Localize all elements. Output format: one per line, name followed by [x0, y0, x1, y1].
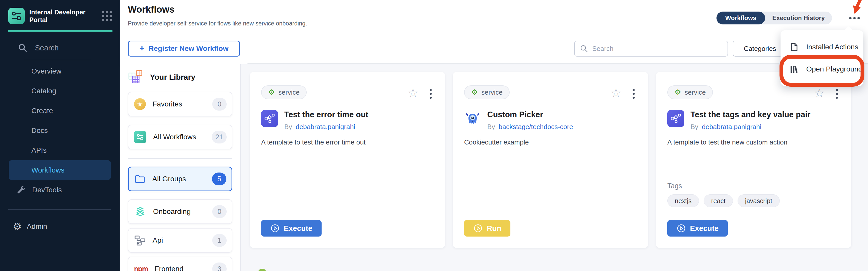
view-toggle: Workflows Execution History — [716, 11, 832, 25]
categories-button[interactable]: Categories — [733, 41, 787, 57]
portal-title: Internal Developer Portal — [29, 8, 88, 24]
portal-logo-icon — [8, 8, 25, 24]
favorite-star-icon[interactable]: ☆ — [611, 86, 621, 100]
more-options-ellipsis-icon[interactable] — [848, 15, 861, 21]
card-title: Custom Picker — [487, 110, 573, 119]
filter-favorites[interactable]: ★ Favorites 0 — [128, 92, 232, 116]
sidebar-item-create[interactable]: Create — [0, 101, 120, 121]
sidebar-item-apis[interactable]: APIs — [0, 140, 120, 160]
sidebar-accent-divider — [8, 30, 113, 32]
filter-all-groups[interactable]: All Groups 5 — [128, 167, 232, 191]
register-new-workflow-button[interactable]: + Register New Workflow — [128, 41, 240, 57]
tab-execution-history[interactable]: Execution History — [765, 11, 832, 25]
type-chip: ⚙ service — [667, 86, 713, 99]
sidebar-bottom-divider — [8, 209, 111, 209]
sidebar-search[interactable]: Search — [18, 43, 59, 53]
workflow-card: ⚙ service ☆ Test the tags and key value … — [656, 72, 851, 248]
npm-icon: npm — [134, 265, 148, 271]
library-header: Your Library — [127, 69, 195, 86]
service-gear-icon: ⚙ — [675, 89, 681, 96]
card-title-row: Custom Picker Bybackstage/techdocs-core — [464, 110, 573, 131]
play-icon — [473, 224, 483, 233]
author-link[interactable]: backstage/techdocs-core — [499, 123, 573, 131]
count-badge: 1 — [212, 234, 227, 247]
sidebar: Internal Developer Portal Search Overvie… — [0, 0, 120, 271]
search-icon — [18, 43, 27, 53]
monster-icon — [464, 110, 481, 127]
card-title-row: Test the tags and key value pair Bydebab… — [667, 110, 810, 131]
type-chip: ⚙ service — [464, 86, 509, 99]
favorite-star-icon[interactable]: ☆ — [814, 86, 825, 100]
count-badge: 0 — [212, 205, 227, 218]
count-badge: 0 — [212, 98, 227, 110]
sidebar-item-catalog[interactable]: Catalog — [0, 81, 120, 101]
card-kebab-menu-icon[interactable] — [429, 88, 433, 100]
tag-chip[interactable]: nextjs — [667, 194, 699, 207]
count-badge: 21 — [212, 131, 227, 143]
library-title: Your Library — [150, 73, 195, 81]
tag-chip[interactable]: react — [704, 194, 733, 207]
next-section-title-clipped — [276, 269, 343, 271]
card-description: A template to test the new custom action — [667, 138, 841, 146]
schema-icon — [134, 235, 146, 246]
layers-icon — [134, 205, 146, 218]
count-badge: 5 — [212, 172, 226, 185]
search-input[interactable] — [592, 45, 722, 53]
workflow-search-field[interactable] — [574, 41, 728, 57]
filter-onboarding[interactable]: Onboarding 0 — [128, 199, 232, 224]
page-subtitle: Provide developer self-service for flows… — [128, 20, 307, 27]
logo-row: Internal Developer Portal — [8, 8, 112, 24]
sidebar-search-divider — [25, 60, 91, 60]
workflow-icon — [134, 131, 146, 143]
card-description: Cookiecutter example — [464, 138, 638, 146]
sidebar-item-workflows[interactable]: Workflows — [9, 160, 111, 180]
menu-item-open-playground[interactable]: Open Playground — [780, 58, 863, 80]
card-kebab-menu-icon[interactable] — [631, 88, 636, 100]
card-title-row: Test the error time out Bydebabrata.pani… — [261, 110, 368, 131]
gear-icon: ⚙ — [13, 222, 22, 231]
folder-icon — [134, 173, 146, 184]
service-gear-icon: ⚙ — [471, 89, 478, 96]
sidebar-item-admin[interactable]: ⚙ Admin — [13, 222, 47, 231]
page-title: Workflows — [128, 4, 175, 15]
sidebar-item-docs[interactable]: Docs — [0, 121, 120, 140]
favorite-star-icon[interactable]: ☆ — [408, 86, 418, 100]
count-badge: 3 — [212, 263, 227, 271]
service-gear-icon: ⚙ — [268, 89, 275, 96]
workflow-cards-area: ⚙ service ☆ Test the error time out — [241, 64, 868, 271]
sidebar-item-devtools[interactable]: DevTools — [0, 180, 120, 200]
page-header: Workflows Provide developer self-service… — [120, 0, 868, 64]
run-button[interactable]: Run — [464, 220, 510, 237]
search-icon — [580, 44, 588, 53]
star-badge-icon: ★ — [134, 98, 146, 110]
cubes-icon — [127, 69, 144, 86]
library-icon — [790, 65, 799, 73]
plus-icon: + — [140, 43, 145, 53]
filter-all-workflows[interactable]: All Workflows 21 — [128, 125, 232, 149]
execute-button[interactable]: Execute — [261, 220, 321, 237]
apps-grid-icon[interactable] — [102, 11, 112, 21]
author-link[interactable]: debabrata.panigrahi — [296, 123, 355, 131]
flowchart-badge-icon — [667, 110, 684, 127]
tag-chip[interactable]: javascript — [738, 194, 780, 207]
tags-label: Tags — [667, 182, 682, 190]
type-chip: ⚙ service — [261, 86, 307, 99]
document-icon — [790, 43, 799, 52]
card-description: A template to test the error time out — [261, 138, 435, 146]
sidebar-search-label: Search — [35, 44, 59, 52]
filter-api[interactable]: Api 1 — [128, 228, 232, 253]
menu-item-installed-actions[interactable]: Installed Actions — [780, 36, 863, 58]
app-window: Internal Developer Portal Search Overvie… — [0, 0, 868, 271]
tags-row: nextjs react javascript — [667, 194, 780, 207]
sidebar-nav: Overview Catalog Create Docs APIs Workfl… — [0, 61, 120, 200]
play-icon — [677, 224, 686, 233]
filter-frontend[interactable]: npm Frontend 3 — [128, 257, 232, 271]
flowchart-badge-icon — [261, 110, 278, 127]
library-sidebar: Your Library ★ Favorites 0 All Workflows… — [120, 64, 241, 271]
execute-button[interactable]: Execute — [667, 220, 728, 237]
card-kebab-menu-icon[interactable] — [835, 88, 839, 100]
tab-workflows[interactable]: Workflows — [716, 11, 765, 25]
sidebar-item-overview[interactable]: Overview — [0, 61, 120, 81]
library-divider — [128, 158, 232, 159]
author-link[interactable]: debabrata.panigrahi — [702, 123, 761, 131]
